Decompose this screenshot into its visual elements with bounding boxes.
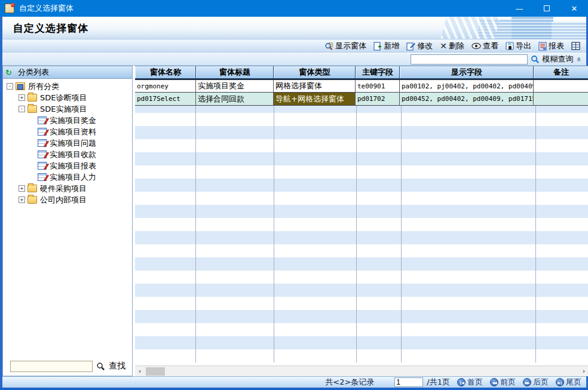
fuzzy-query-label[interactable]: 模糊查询 [543, 54, 574, 65]
minimize-button[interactable]: — [506, 0, 533, 17]
cell-primary-key[interactable]: te00901 [356, 80, 400, 93]
expander-icon[interactable]: + [19, 196, 25, 203]
delete-x-icon: ✕ [440, 41, 447, 51]
column-header-display-fields[interactable]: 显示字段 [400, 66, 534, 78]
cell-remarks[interactable] [534, 80, 588, 93]
folder-icon [27, 94, 37, 102]
root-folder-icon [16, 82, 25, 90]
scroll-right-arrow-icon[interactable]: › [579, 367, 588, 375]
folder-icon [27, 196, 37, 204]
scroll-left-arrow-icon[interactable]: ‹ [135, 367, 145, 375]
report-icon [538, 42, 547, 51]
tree-find-bar: 查找 [3, 358, 132, 374]
next-page-icon: ▶▶ [523, 378, 531, 386]
first-page-button[interactable]: ❙◀ 首页 [457, 377, 483, 388]
show-form-label: 显示窗体 [335, 41, 366, 51]
modify-button[interactable]: 修改 [404, 40, 435, 52]
tree-item-project-manpower[interactable]: 实施项目人力 [3, 171, 132, 183]
next-page-button[interactable]: ▶▶ 后页 [523, 377, 549, 388]
tree-item-label: 所有分类 [28, 81, 59, 92]
first-page-label: 首页 [467, 377, 483, 388]
cell-form-name[interactable]: orgmoney [135, 80, 196, 93]
sidebar-title: 分类列表 [18, 67, 49, 78]
prev-page-icon: ◀◀ [490, 378, 498, 386]
column-header-primary-key[interactable]: 主键字段 [356, 66, 400, 78]
fuzzy-search-input[interactable] [411, 54, 528, 65]
new-doc-icon [373, 42, 382, 51]
next-page-label: 后页 [533, 377, 549, 388]
toolbar: 显示窗体 新增 修改 ✕ 删除 查看 导出 报表 [2, 39, 586, 53]
cell-form-type-selected[interactable]: 导航+网格选择窗体 [274, 93, 356, 106]
tree-item-label: 实施项目收款 [50, 149, 96, 160]
tree-item-label: 实施项目人力 [50, 172, 96, 183]
tree-item-all-categories[interactable]: - 所有分类 [3, 81, 132, 92]
expander-icon[interactable]: - [19, 106, 25, 112]
cell-form-title[interactable]: 实施项目奖金 [196, 80, 274, 93]
expander-icon[interactable]: + [19, 94, 25, 101]
expander-icon[interactable]: + [19, 185, 25, 192]
cell-form-title[interactable]: 选择合同回款 [196, 93, 274, 106]
cell-form-name[interactable]: pd017Select [135, 93, 196, 106]
report-label: 报表 [549, 41, 564, 51]
page-number-input[interactable] [394, 377, 423, 387]
column-header-form-name[interactable]: 窗体名称 [135, 66, 196, 78]
column-header-form-title[interactable]: 窗体标题 [196, 66, 274, 78]
prev-page-button[interactable]: ◀◀ 前页 [490, 377, 516, 388]
category-sidebar: ↻ 分类列表 - 所有分类 + SDE诊断项目 - SDE实施项目 实施项目奖金 [2, 66, 133, 376]
titlebar: 自定义选择窗体 — ✕ [0, 0, 588, 17]
close-button[interactable]: ✕ [561, 0, 588, 17]
tree-find-input[interactable] [10, 361, 93, 372]
page-header: 自定义选择窗体 [2, 17, 586, 39]
view-button[interactable]: 查看 [469, 40, 501, 52]
eye-icon [471, 42, 481, 50]
cell-remarks[interactable] [534, 93, 588, 106]
last-page-label: 尾页 [566, 377, 581, 388]
expander-icon[interactable]: - [7, 83, 13, 90]
form-icon [38, 116, 47, 124]
column-header-form-type[interactable]: 窗体类型 [274, 66, 356, 78]
find-magnifier-icon[interactable] [96, 362, 105, 371]
collapse-panel-icon[interactable]: « [574, 57, 583, 62]
tree-item-sde-diagnosis[interactable]: + SDE诊断项目 [3, 92, 132, 103]
find-label[interactable]: 查找 [109, 361, 125, 371]
add-label: 新增 [384, 41, 399, 51]
app-window: 自定义选择窗体 — ✕ 自定义选择窗体 显示窗体 新增 修改 ✕ 删除 [0, 0, 588, 390]
table-row[interactable]: orgmoney 实施项目奖金 网格选择窗体 te00901 pa00102, … [135, 79, 588, 93]
export-label: 导出 [516, 41, 531, 51]
first-page-icon: ❙◀ [457, 378, 466, 386]
report-button[interactable]: 报表 [536, 40, 566, 52]
tree-item-project-issues[interactable]: 实施项目问题 [3, 137, 132, 149]
fuzzy-search-row: 模糊查询 « [2, 53, 586, 66]
scrollbar-thumb[interactable] [146, 367, 165, 376]
maximize-button[interactable] [533, 0, 561, 17]
column-header-remarks[interactable]: 备注 [534, 66, 588, 78]
tree-item-project-data[interactable]: 实施项目资料 [3, 126, 132, 137]
search-magnifier-icon[interactable] [531, 55, 540, 64]
tree-item-label: 硬件采购项目 [40, 183, 87, 194]
tree-item-label: 公司内部项目 [40, 195, 87, 205]
tree-item-internal-projects[interactable]: + 公司内部项目 [3, 194, 132, 205]
tree-item-hardware-procurement[interactable]: + 硬件采购项目 [3, 183, 132, 194]
edit-pencil-icon [406, 42, 415, 51]
grid-view-button[interactable] [569, 40, 583, 52]
cell-primary-key[interactable]: pd01702 [356, 93, 400, 106]
horizontal-scrollbar[interactable]: ‹ › [135, 366, 588, 376]
table-header-row: 窗体名称 窗体标题 窗体类型 主键字段 显示字段 备注 [135, 66, 588, 79]
tree-item-project-receipts[interactable]: 实施项目收款 [3, 149, 132, 160]
tree-item-label: 实施项目问题 [50, 138, 96, 149]
tree-item-sde-implementation[interactable]: - SDE实施项目 [3, 103, 132, 115]
cell-display-fields[interactable]: pd00452, pd00402, pd00409, pd01715, pd01 [400, 93, 534, 106]
add-button[interactable]: 新增 [371, 40, 402, 52]
tree-item-project-bonus[interactable]: 实施项目奖金 [3, 115, 132, 126]
cell-display-fields[interactable]: pa00102, pj00402, pd00402, pd00409, pd01 [400, 80, 534, 93]
refresh-icon[interactable]: ↻ [5, 68, 12, 77]
delete-button[interactable]: ✕ 删除 [437, 40, 467, 52]
table-row-selected[interactable]: pd017Select 选择合同回款 导航+网格选择窗体 pd01702 pd0… [135, 93, 588, 106]
sidebar-header: ↻ 分类列表 [3, 66, 132, 79]
cell-form-type[interactable]: 网格选择窗体 [274, 80, 356, 93]
export-button[interactable]: 导出 [503, 40, 534, 52]
show-form-button[interactable]: 显示窗体 [322, 40, 369, 52]
tree-item-project-reports[interactable]: 实施项目报表 [3, 160, 132, 171]
last-page-icon: ▶❙ [556, 378, 564, 386]
last-page-button[interactable]: ▶❙ 尾页 [556, 377, 581, 388]
